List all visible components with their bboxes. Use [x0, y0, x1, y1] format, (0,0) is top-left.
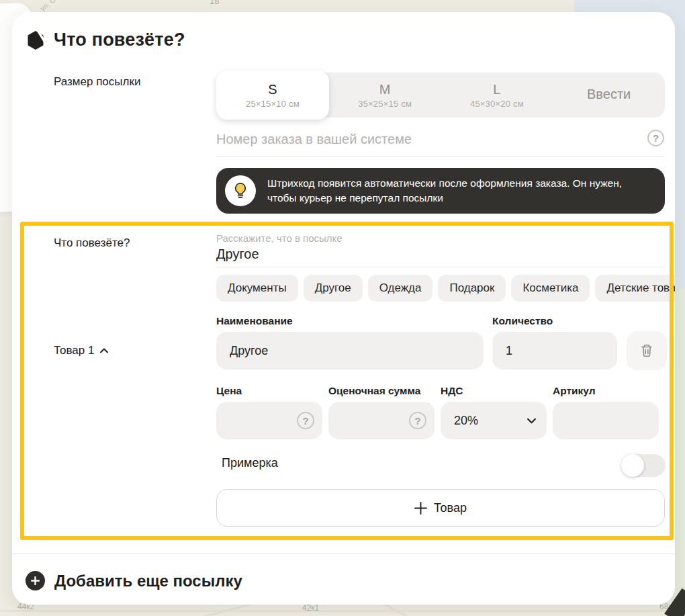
footer-divider — [12, 554, 675, 554]
estimated-sum-help-icon[interactable]: ? — [409, 412, 426, 429]
qty-label: Количество — [492, 315, 553, 327]
plus-circle-icon — [26, 571, 45, 590]
sku-input[interactable] — [553, 402, 659, 439]
map-street-label: ул. С — [38, 0, 57, 13]
chevron-up-icon — [100, 348, 108, 353]
package-size-selector: S 25×15×10 см M 35×25×15 см L 45×30×20 с… — [216, 73, 665, 118]
size-tab-m-name: M — [379, 82, 391, 97]
input-underline — [216, 156, 665, 157]
price-label: Цена — [216, 385, 242, 397]
size-tab-m[interactable]: M 35×25×15 см — [329, 73, 441, 118]
size-tab-m-dims: 35×25×15 см — [358, 99, 412, 109]
chip-clothes[interactable]: Одежда — [368, 275, 433, 302]
chip-other[interactable]: Другое — [304, 275, 363, 302]
vat-label: НДС — [441, 385, 463, 397]
chevron-down-icon — [527, 418, 536, 424]
page-title: Что повезёте? — [54, 30, 185, 50]
input-underline — [216, 267, 665, 267]
map-label: 18 — [210, 0, 219, 6]
lightbulb-icon — [225, 175, 256, 206]
size-tab-s-name: S — [268, 82, 277, 97]
vat-select[interactable]: 20% — [441, 402, 547, 439]
barcode-tooltip-line1: Штрихкод появится автоматически после оф… — [267, 176, 622, 191]
plus-icon — [414, 502, 427, 515]
barcode-tooltip-text: Штрихкод появится автоматически после оф… — [267, 176, 622, 206]
item-qty-input[interactable] — [492, 332, 617, 369]
map-road — [0, 610, 685, 612]
sku-label: Артикул — [553, 385, 596, 397]
add-item-label: Товар — [434, 501, 467, 515]
size-tab-l-name: L — [493, 82, 500, 97]
item-1-header[interactable]: Товар 1 — [54, 344, 108, 357]
item-1-title: Товар 1 — [54, 344, 94, 357]
fitting-label: Примерка — [222, 456, 278, 470]
barcode-tooltip: Штрихкод появится автоматически после оф… — [216, 168, 665, 214]
chip-gift[interactable]: Подарок — [438, 275, 506, 302]
item-name-input[interactable] — [216, 332, 484, 369]
price-help-icon[interactable]: ? — [297, 412, 314, 429]
add-parcel-label: Добавить еще посылку — [54, 572, 242, 590]
size-tab-custom[interactable]: Ввести — [553, 73, 665, 118]
size-tab-s-dims: 25×15×10 см — [246, 99, 300, 109]
trash-icon — [639, 343, 654, 359]
delete-item-button[interactable] — [627, 331, 667, 370]
toggle-knob — [621, 454, 644, 477]
barcode-tooltip-line2: чтобы курьер не перепутал посылки — [267, 191, 622, 206]
chip-documents[interactable]: Документы — [216, 275, 298, 302]
fitting-toggle[interactable] — [621, 454, 666, 477]
size-tab-s[interactable]: S 25×15×10 см — [216, 71, 329, 120]
vat-value: 20% — [454, 414, 478, 428]
size-tab-custom-name: Ввести — [587, 87, 631, 102]
package-icon — [26, 30, 46, 50]
order-number-help-icon[interactable]: ? — [647, 130, 664, 146]
size-tab-l[interactable]: L 45×30×20 см — [441, 73, 553, 118]
parcel-form-card: Что повезёте? Размер посылки S 25×15×10 … — [12, 12, 675, 605]
size-section-label: Размер посылки — [54, 75, 140, 89]
add-parcel-button[interactable]: Добавить еще посылку — [26, 571, 242, 590]
add-item-button[interactable]: Товар — [216, 489, 665, 527]
order-number-input[interactable] — [216, 129, 633, 149]
chip-cosmetics[interactable]: Косметика — [511, 275, 590, 302]
contents-section-label: Что повезёте? — [54, 236, 130, 250]
contents-field-label: Расскажите, что в посылке — [216, 232, 342, 244]
estimated-label: Оценочная сумма — [328, 385, 420, 397]
chip-kids-goods[interactable]: Детские товары — [595, 275, 675, 302]
contents-chips: Документы Другое Одежда Подарок Косметик… — [216, 275, 675, 302]
contents-input[interactable] — [216, 245, 633, 263]
map-label: 42к1 — [302, 603, 319, 613]
name-label: Наименование — [216, 315, 293, 327]
size-tab-l-dims: 45×30×20 см — [470, 99, 524, 109]
